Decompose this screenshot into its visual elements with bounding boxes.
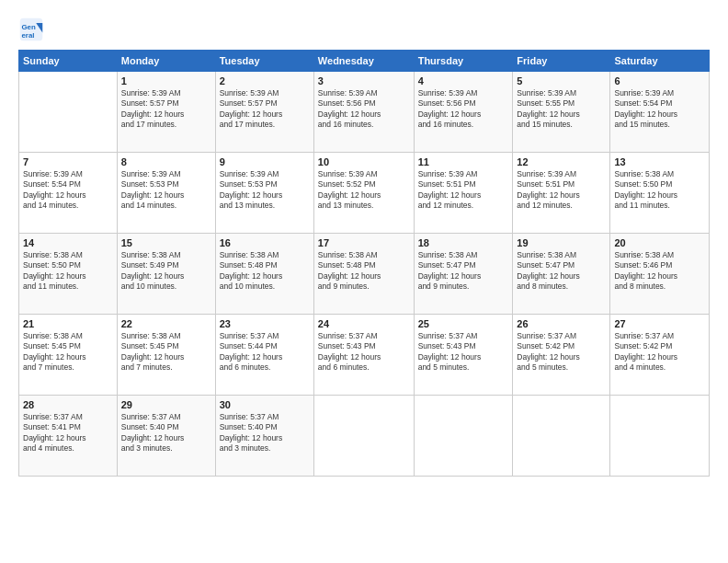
day-cell: 21Sunrise: 5:38 AM Sunset: 5:45 PM Dayli… <box>19 315 118 396</box>
day-number: 21 <box>23 318 113 329</box>
day-cell: 29Sunrise: 5:37 AM Sunset: 5:40 PM Dayli… <box>117 396 215 477</box>
day-cell: 13Sunrise: 5:38 AM Sunset: 5:50 PM Dayli… <box>610 153 710 234</box>
day-number: 11 <box>418 156 509 167</box>
week-row-4: 21Sunrise: 5:38 AM Sunset: 5:45 PM Dayli… <box>19 315 710 396</box>
day-cell: 11Sunrise: 5:39 AM Sunset: 5:51 PM Dayli… <box>414 153 513 234</box>
day-number: 7 <box>23 156 113 167</box>
day-cell: 18Sunrise: 5:38 AM Sunset: 5:47 PM Dayli… <box>414 234 513 315</box>
weekday-header-thursday: Thursday <box>414 51 513 72</box>
day-cell: 3Sunrise: 5:39 AM Sunset: 5:56 PM Daylig… <box>313 72 414 153</box>
day-cell: 10Sunrise: 5:39 AM Sunset: 5:52 PM Dayli… <box>313 153 414 234</box>
weekday-header-row: SundayMondayTuesdayWednesdayThursdayFrid… <box>19 51 710 72</box>
day-cell: 9Sunrise: 5:39 AM Sunset: 5:53 PM Daylig… <box>215 153 313 234</box>
day-info: Sunrise: 5:38 AM Sunset: 5:47 PM Dayligh… <box>517 250 606 293</box>
day-cell: 24Sunrise: 5:37 AM Sunset: 5:43 PM Dayli… <box>313 315 414 396</box>
weekday-header-sunday: Sunday <box>19 51 118 72</box>
day-info: Sunrise: 5:39 AM Sunset: 5:55 PM Dayligh… <box>517 88 606 131</box>
day-cell: 16Sunrise: 5:38 AM Sunset: 5:48 PM Dayli… <box>215 234 313 315</box>
day-cell: 4Sunrise: 5:39 AM Sunset: 5:56 PM Daylig… <box>414 72 513 153</box>
day-cell: 7Sunrise: 5:39 AM Sunset: 5:54 PM Daylig… <box>19 153 118 234</box>
day-number: 10 <box>318 156 410 167</box>
day-cell: 6Sunrise: 5:39 AM Sunset: 5:54 PM Daylig… <box>610 72 710 153</box>
day-info: Sunrise: 5:37 AM Sunset: 5:43 PM Dayligh… <box>318 331 410 373</box>
day-number: 15 <box>121 237 211 248</box>
day-number: 17 <box>318 237 410 248</box>
logo: Gen eral <box>18 17 48 42</box>
day-number: 13 <box>614 156 705 167</box>
day-cell: 26Sunrise: 5:37 AM Sunset: 5:42 PM Dayli… <box>513 315 610 396</box>
header: Gen eral <box>18 17 710 42</box>
day-number: 5 <box>517 75 606 86</box>
day-cell: 20Sunrise: 5:38 AM Sunset: 5:46 PM Dayli… <box>610 234 710 315</box>
day-cell: 15Sunrise: 5:38 AM Sunset: 5:49 PM Dayli… <box>117 234 215 315</box>
page: Gen eral SundayMondayTuesdayWednesdayThu… <box>0 0 728 563</box>
weekday-header-wednesday: Wednesday <box>313 51 414 72</box>
day-info: Sunrise: 5:38 AM Sunset: 5:50 PM Dayligh… <box>614 169 705 212</box>
day-number: 4 <box>418 75 509 86</box>
weekday-header-saturday: Saturday <box>610 51 710 72</box>
day-cell: 22Sunrise: 5:38 AM Sunset: 5:45 PM Dayli… <box>117 315 215 396</box>
day-number: 23 <box>220 318 310 329</box>
day-number: 20 <box>614 237 705 248</box>
day-info: Sunrise: 5:38 AM Sunset: 5:48 PM Dayligh… <box>318 250 410 293</box>
day-info: Sunrise: 5:37 AM Sunset: 5:42 PM Dayligh… <box>517 331 606 373</box>
svg-text:Gen: Gen <box>22 23 36 31</box>
day-cell <box>313 396 414 477</box>
day-info: Sunrise: 5:39 AM Sunset: 5:56 PM Dayligh… <box>418 88 509 131</box>
day-number: 6 <box>614 75 705 86</box>
day-cell <box>414 396 513 477</box>
weekday-header-monday: Monday <box>117 51 215 72</box>
day-info: Sunrise: 5:37 AM Sunset: 5:40 PM Dayligh… <box>220 412 310 454</box>
day-number: 9 <box>220 156 310 167</box>
day-number: 3 <box>318 75 410 86</box>
day-number: 18 <box>418 237 509 248</box>
day-cell: 25Sunrise: 5:37 AM Sunset: 5:43 PM Dayli… <box>414 315 513 396</box>
week-row-3: 14Sunrise: 5:38 AM Sunset: 5:50 PM Dayli… <box>19 234 710 315</box>
day-number: 29 <box>121 399 211 410</box>
day-info: Sunrise: 5:39 AM Sunset: 5:53 PM Dayligh… <box>121 169 211 212</box>
day-info: Sunrise: 5:38 AM Sunset: 5:47 PM Dayligh… <box>418 250 509 293</box>
day-info: Sunrise: 5:39 AM Sunset: 5:57 PM Dayligh… <box>220 88 310 131</box>
day-number: 19 <box>517 237 606 248</box>
day-info: Sunrise: 5:38 AM Sunset: 5:49 PM Dayligh… <box>121 250 211 293</box>
day-info: Sunrise: 5:37 AM Sunset: 5:41 PM Dayligh… <box>23 412 113 454</box>
day-cell: 2Sunrise: 5:39 AM Sunset: 5:57 PM Daylig… <box>215 72 313 153</box>
day-info: Sunrise: 5:38 AM Sunset: 5:46 PM Dayligh… <box>614 250 705 293</box>
day-cell: 19Sunrise: 5:38 AM Sunset: 5:47 PM Dayli… <box>513 234 610 315</box>
day-number: 22 <box>121 318 211 329</box>
day-info: Sunrise: 5:39 AM Sunset: 5:54 PM Dayligh… <box>614 88 705 131</box>
calendar-table: SundayMondayTuesdayWednesdayThursdayFrid… <box>18 50 710 477</box>
day-cell: 5Sunrise: 5:39 AM Sunset: 5:55 PM Daylig… <box>513 72 610 153</box>
day-info: Sunrise: 5:38 AM Sunset: 5:45 PM Dayligh… <box>121 331 211 373</box>
weekday-header-friday: Friday <box>513 51 610 72</box>
day-cell: 30Sunrise: 5:37 AM Sunset: 5:40 PM Dayli… <box>215 396 313 477</box>
day-info: Sunrise: 5:37 AM Sunset: 5:42 PM Dayligh… <box>614 331 705 373</box>
day-info: Sunrise: 5:39 AM Sunset: 5:56 PM Dayligh… <box>318 88 410 131</box>
week-row-1: 1Sunrise: 5:39 AM Sunset: 5:57 PM Daylig… <box>19 72 710 153</box>
day-cell: 17Sunrise: 5:38 AM Sunset: 5:48 PM Dayli… <box>313 234 414 315</box>
day-info: Sunrise: 5:39 AM Sunset: 5:51 PM Dayligh… <box>517 169 606 212</box>
day-info: Sunrise: 5:38 AM Sunset: 5:50 PM Dayligh… <box>23 250 113 293</box>
day-number: 1 <box>121 75 211 86</box>
day-info: Sunrise: 5:37 AM Sunset: 5:40 PM Dayligh… <box>121 412 211 454</box>
day-number: 26 <box>517 318 606 329</box>
day-info: Sunrise: 5:38 AM Sunset: 5:48 PM Dayligh… <box>220 250 310 293</box>
day-number: 14 <box>23 237 113 248</box>
day-cell <box>19 72 118 153</box>
day-number: 28 <box>23 399 113 410</box>
day-number: 27 <box>614 318 705 329</box>
day-number: 2 <box>220 75 310 86</box>
day-number: 25 <box>418 318 509 329</box>
logo-icon: Gen eral <box>18 17 44 42</box>
day-cell: 27Sunrise: 5:37 AM Sunset: 5:42 PM Dayli… <box>610 315 710 396</box>
day-info: Sunrise: 5:38 AM Sunset: 5:45 PM Dayligh… <box>23 331 113 373</box>
day-cell: 1Sunrise: 5:39 AM Sunset: 5:57 PM Daylig… <box>117 72 215 153</box>
day-cell: 8Sunrise: 5:39 AM Sunset: 5:53 PM Daylig… <box>117 153 215 234</box>
day-cell: 14Sunrise: 5:38 AM Sunset: 5:50 PM Dayli… <box>19 234 118 315</box>
day-cell <box>513 396 610 477</box>
day-info: Sunrise: 5:39 AM Sunset: 5:54 PM Dayligh… <box>23 169 113 212</box>
day-number: 30 <box>220 399 310 410</box>
day-number: 12 <box>517 156 606 167</box>
day-cell <box>610 396 710 477</box>
day-info: Sunrise: 5:39 AM Sunset: 5:52 PM Dayligh… <box>318 169 410 212</box>
